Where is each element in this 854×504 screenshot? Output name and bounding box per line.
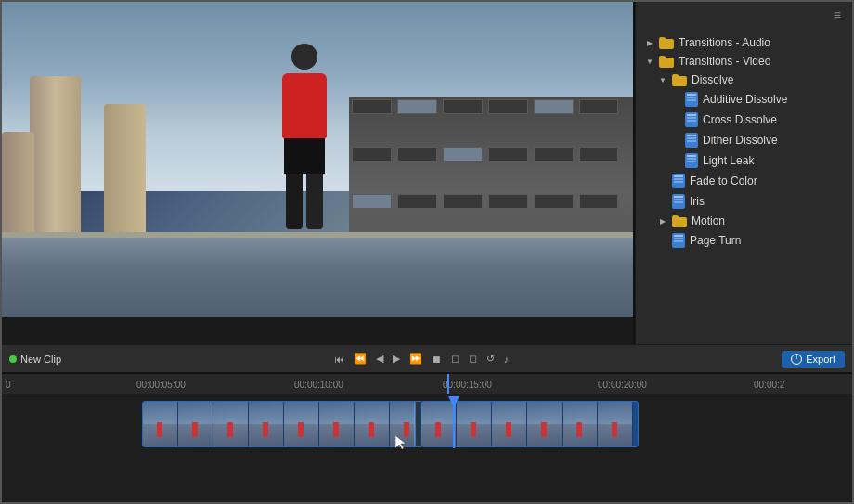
sidebar-item-motion[interactable]: ▶ Motion [636,212,852,230]
film-frame [178,402,214,446]
item-label: Light Leak [703,154,754,167]
panel-content: ▶ Transitions - Audio ▼ Transitions - Vi… [636,28,852,344]
status-dot [9,355,17,363]
filmstrip [143,402,415,446]
sidebar-item-fade-to-color[interactable]: Fade to Color [636,171,852,191]
folder-icon [672,215,687,227]
clock-icon [791,354,802,365]
left-leg [286,174,303,229]
folder-icon [659,37,674,49]
collapse-arrow[interactable]: ▼ [658,75,667,84]
timeline-ruler[interactable]: 0 00:00:05:00 00:00:10:00 00:00:15:00 00… [2,374,852,394]
item-label: Page Turn [690,234,741,247]
collapse-arrow[interactable]: ▼ [645,57,654,66]
timeline-playhead[interactable] [453,400,455,448]
film-frame [563,402,598,446]
sidebar-item-transitions-audio[interactable]: ▶ Transitions - Audio [636,33,852,52]
right-leg [306,174,323,229]
doc-icon [672,174,685,188]
video-clip-1[interactable] [142,401,416,447]
film-frame [319,402,355,446]
doc-icon [685,112,698,127]
doc-icon [685,153,698,168]
sidebar-item-cross-dissolve[interactable]: Cross Dissolve [636,110,852,130]
person-shorts [284,138,325,174]
new-clip-button[interactable]: New Clip [9,354,61,365]
rewind-button[interactable]: ⏮ [331,352,347,367]
item-label: Dissolve [692,73,733,86]
doc-icon [685,133,698,148]
loop-button[interactable]: ↺ [484,351,498,367]
person-head [291,44,317,70]
sidebar-item-dissolve[interactable]: ▼ Dissolve [636,71,852,89]
sidebar-item-iris[interactable]: Iris [636,191,852,212]
play-button[interactable]: ▶ [390,351,403,367]
person-torso [282,73,327,138]
item-label: Transitions - Audio [679,36,770,49]
film-frame [527,402,563,446]
mark-in-button[interactable]: ◻ [448,351,462,367]
video-track-row [7,400,847,448]
ruler-label-end: 00:00:2 [754,379,784,389]
film-frame [421,402,457,446]
item-label: Iris [690,195,705,208]
film-frame [214,402,249,446]
transition-marker [414,401,421,447]
hamburger-icon[interactable]: ≡ [830,6,845,24]
person-figure [267,44,342,229]
item-label: Fade to Color [690,174,757,187]
ruler-label-5: 00:00:05:00 [136,379,186,389]
ruler-label-20: 00:00:20:00 [598,379,647,389]
step-forward-button[interactable]: ⏩ [407,351,425,367]
folder-icon [672,74,687,86]
bottom-toolbar: New Clip ⏮ ⏪ ◀ ▶ ⏩ ⏹ ◻ ◻ ↺ ♪ Export [2,344,852,372]
film-frame [284,402,319,446]
panel-menu-row: ≡ [636,2,852,28]
film-frame [143,402,178,446]
main-content: ≡ ▶ Transitions - Audio ▼ Transitions - … [2,2,852,344]
ruler-label-15: 00:00:15:00 [443,379,492,389]
item-label: Dither Dissolve [703,134,778,147]
collapse-arrow[interactable]: ▶ [658,216,667,226]
film-frame [355,402,390,446]
video-preview [2,2,633,317]
toolbar-controls: ⏮ ⏪ ◀ ▶ ⏩ ⏹ ◻ ◻ ↺ ♪ [67,351,776,367]
new-clip-label: New Clip [20,354,61,365]
sidebar-item-dither-dissolve[interactable]: Dither Dissolve [636,130,852,150]
sidebar-item-additive-dissolve[interactable]: Additive Dissolve [636,89,852,110]
item-label: Additive Dissolve [703,93,787,106]
export-button[interactable]: Export [782,351,845,368]
item-label: Motion [692,214,725,227]
right-panel: ≡ ▶ Transitions - Audio ▼ Transitions - … [635,2,852,344]
film-frame [492,402,527,446]
stop-button[interactable]: ⏹ [429,352,445,367]
doc-icon [672,233,685,248]
timeline-tracks[interactable] [2,394,852,502]
film-frame [457,402,492,446]
item-label: Cross Dissolve [703,113,777,126]
audio-button[interactable]: ♪ [501,352,512,367]
film-frame [598,402,633,446]
timeline-area: 0 00:00:05:00 00:00:10:00 00:00:15:00 00… [2,372,852,502]
folder-icon [659,56,674,68]
cursor-indicator [395,435,407,450]
item-label: Transitions - Video [679,55,770,68]
sidebar-item-light-leak[interactable]: Light Leak [636,150,852,171]
ruler-label-0: 0 [6,379,11,389]
film-frame [249,402,284,446]
play-back-button[interactable]: ◀ [373,351,386,367]
sidebar-item-page-turn[interactable]: Page Turn [636,230,852,251]
person-legs [282,174,327,229]
sidebar-item-transitions-video[interactable]: ▼ Transitions - Video [636,52,852,71]
doc-icon [685,92,698,107]
export-label: Export [806,354,835,365]
ruler-label-10: 00:00:10:00 [294,379,343,389]
doc-icon [672,194,685,209]
step-back-button[interactable]: ⏪ [351,351,369,367]
collapse-arrow[interactable]: ▶ [645,38,654,47]
ruler-playhead [447,374,449,394]
mark-out-button[interactable]: ◻ [466,351,480,367]
